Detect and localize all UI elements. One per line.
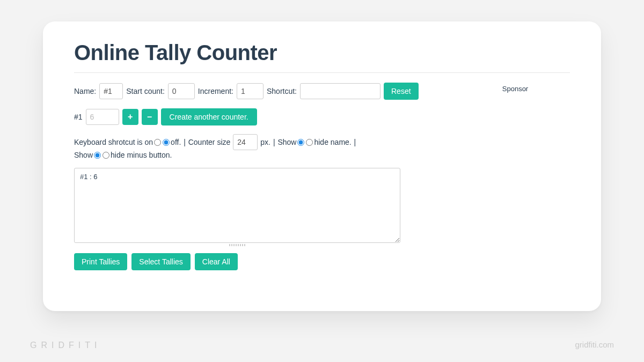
hide-minus-radio[interactable] <box>103 152 109 159</box>
name-input[interactable] <box>99 83 123 99</box>
separator-3: | <box>352 138 358 146</box>
divider <box>74 72 570 73</box>
counter-row: #1 + – Create another counter. <box>74 108 439 125</box>
clear-all-button[interactable]: Clear All <box>195 253 238 270</box>
shortcut-label: Shortcut: <box>267 87 297 95</box>
increment-label: Increment: <box>198 87 233 95</box>
increment-input[interactable] <box>237 83 264 99</box>
counter-value[interactable] <box>86 109 119 125</box>
start-count-label: Start count: <box>126 87 165 95</box>
main-column: Name: Start count: Increment: Shortcut: … <box>74 83 439 270</box>
counter-name: #1 <box>74 113 83 121</box>
counter-size-suffix: px. <box>260 138 270 146</box>
name-label: Name: <box>74 87 96 95</box>
shortcut-input[interactable] <box>300 83 380 99</box>
start-count-input[interactable] <box>168 83 195 99</box>
config-row: Name: Start count: Increment: Shortcut: … <box>74 83 439 100</box>
separator-2: | <box>271 138 277 146</box>
hide-minus-suffix: hide minus button. <box>111 151 172 159</box>
show-minus-radio[interactable] <box>94 152 101 159</box>
settings-row: Keyboard shrotcut is on off. | Counter s… <box>74 134 439 159</box>
sponsor-label: Sponsor <box>502 85 528 93</box>
tallies-output[interactable] <box>74 168 400 243</box>
separator-1: | <box>181 138 187 146</box>
counter-size-input[interactable] <box>233 134 258 150</box>
decrement-button[interactable]: – <box>142 109 158 125</box>
reset-button[interactable]: Reset <box>384 83 419 100</box>
shortcut-on-radio[interactable] <box>154 139 161 146</box>
shortcut-off-radio[interactable] <box>163 139 170 146</box>
footer-url: gridfiti.com <box>575 340 614 349</box>
show-name-radio[interactable] <box>297 139 304 146</box>
counter-size-prefix: Counter size <box>188 138 231 146</box>
action-row: Print Tallies Select Tallies Clear All <box>74 253 439 270</box>
create-counter-button[interactable]: Create another counter. <box>161 108 257 125</box>
sponsor-column: Sponsor <box>439 83 570 270</box>
columns: Name: Start count: Increment: Shortcut: … <box>74 83 570 270</box>
shortcut-toggle-off: off. <box>171 138 181 146</box>
increment-button[interactable]: + <box>122 109 138 125</box>
page-title: Online Tally Counter <box>74 41 570 65</box>
hide-name-radio[interactable] <box>306 139 313 146</box>
footer-brand: GRIDFITI <box>30 341 101 350</box>
app-card: Online Tally Counter Name: Start count: … <box>43 21 601 311</box>
select-tallies-button[interactable]: Select Tallies <box>131 253 190 270</box>
show-name-prefix: Show <box>277 138 296 146</box>
resize-grip-icon <box>74 244 400 247</box>
print-tallies-button[interactable]: Print Tallies <box>74 253 127 270</box>
show-minus-prefix: Show <box>74 151 93 159</box>
shortcut-toggle-prefix: Keyboard shrotcut is on <box>74 138 153 146</box>
hide-name-suffix: hide name. <box>314 138 351 146</box>
